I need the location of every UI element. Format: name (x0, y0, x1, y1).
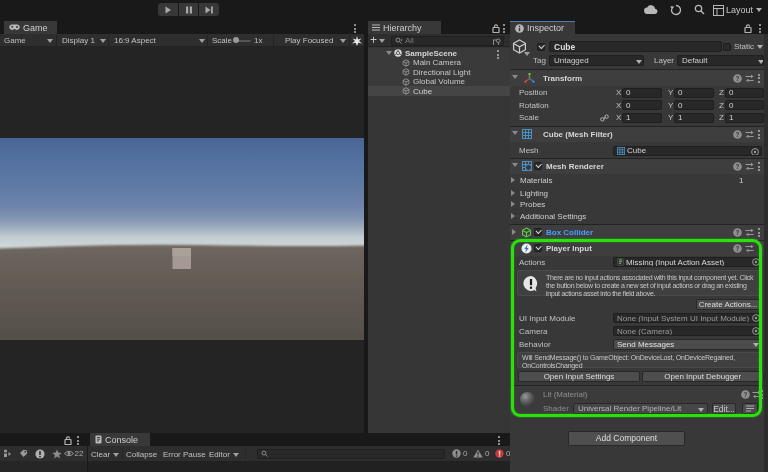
svg-text:?: ? (736, 163, 740, 170)
svg-text:?: ? (736, 229, 740, 236)
svg-text:?: ? (736, 131, 740, 138)
svg-text:?: ? (736, 74, 740, 81)
